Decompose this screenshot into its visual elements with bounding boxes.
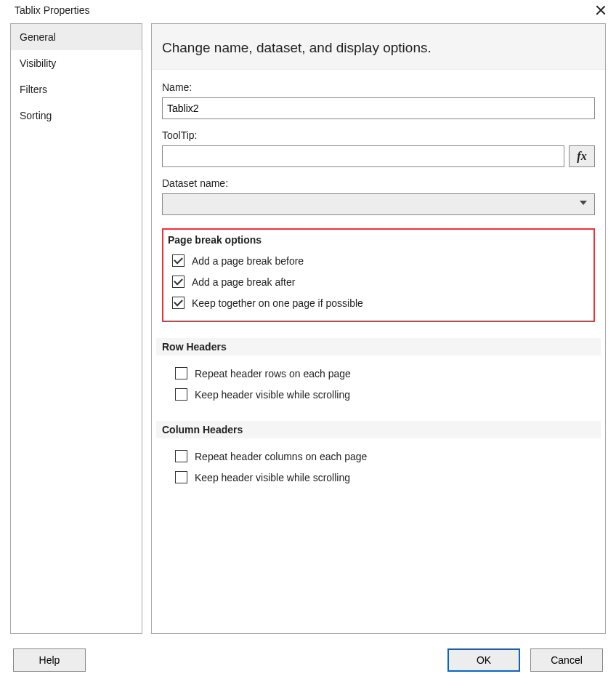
checkbox-keep-together[interactable] [172,297,185,309]
tooltip-input[interactable] [162,145,564,167]
fx-icon: fx [577,150,586,163]
sidebar-item-label: Sorting [20,110,52,121]
checkbox-page-break-after[interactable] [172,276,185,288]
checkbox-row[interactable]: Add a page break before [168,250,589,271]
help-button[interactable]: Help [13,648,86,672]
window-title: Tablix Properties [15,4,90,16]
row-headers-title: Row Headers [156,338,601,355]
sidebar-item-label: Visibility [20,57,56,69]
ok-button[interactable]: OK [447,648,520,672]
checkbox-keep-header-visible-cols[interactable] [175,471,187,483]
dataset-label: Dataset name: [162,177,595,189]
checkbox-row[interactable]: Keep header visible while scrolling [162,467,595,488]
name-label: Name: [162,81,595,93]
checkbox-label: Keep together on one page if possible [192,297,363,309]
page-break-title: Page break options [168,234,589,247]
main-panel: Change name, dataset, and display option… [151,23,606,634]
tooltip-label: ToolTip: [162,129,595,141]
sidebar-item-label: General [20,31,56,43]
checkbox-row[interactable]: Keep header visible while scrolling [162,384,595,405]
sidebar: General Visibility Filters Sorting [10,23,142,634]
checkbox-label: Repeat header columns on each page [195,451,367,462]
checkbox-row[interactable]: Repeat header rows on each page [162,363,595,384]
sidebar-item-label: Filters [20,84,47,95]
column-headers-title: Column Headers [156,421,601,438]
footer: Help OK Cancel [0,648,616,672]
checkbox-page-break-before[interactable] [172,254,185,267]
checkbox-label: Keep header visible while scrolling [195,472,350,483]
main-heading: Change name, dataset, and display option… [152,24,605,70]
close-icon[interactable] [596,5,606,15]
page-break-highlight: Page break options Add a page break befo… [162,228,595,322]
column-headers-section: Column Headers Repeat header columns on … [162,421,595,488]
checkbox-label: Add a page break after [192,276,295,288]
sidebar-item-visibility[interactable]: Visibility [11,50,142,76]
sidebar-item-filters[interactable]: Filters [11,76,142,103]
checkbox-row[interactable]: Keep together on one page if possible [168,292,589,313]
titlebar: Tablix Properties [0,0,616,23]
main-content: Name: ToolTip: fx Dataset name: Page bre… [152,70,605,495]
checkbox-label: Keep header visible while scrolling [195,389,350,401]
checkbox-row[interactable]: Add a page break after [168,271,589,292]
checkbox-label: Repeat header rows on each page [195,368,351,379]
row-headers-section: Row Headers Repeat header rows on each p… [162,338,595,405]
checkbox-repeat-header-rows[interactable] [175,367,187,379]
sidebar-item-general[interactable]: General [11,24,142,50]
dataset-dropdown[interactable] [162,193,595,215]
checkbox-label: Add a page break before [192,255,304,267]
body-area: General Visibility Filters Sorting Chang… [0,23,616,634]
checkbox-keep-header-visible-rows[interactable] [175,388,187,401]
checkbox-repeat-header-cols[interactable] [175,450,187,462]
sidebar-item-sorting[interactable]: Sorting [11,103,142,129]
expression-button[interactable]: fx [569,145,595,167]
cancel-button[interactable]: Cancel [530,648,603,672]
name-input[interactable] [162,97,595,119]
checkbox-row[interactable]: Repeat header columns on each page [162,446,595,467]
chevron-down-icon [580,201,587,205]
